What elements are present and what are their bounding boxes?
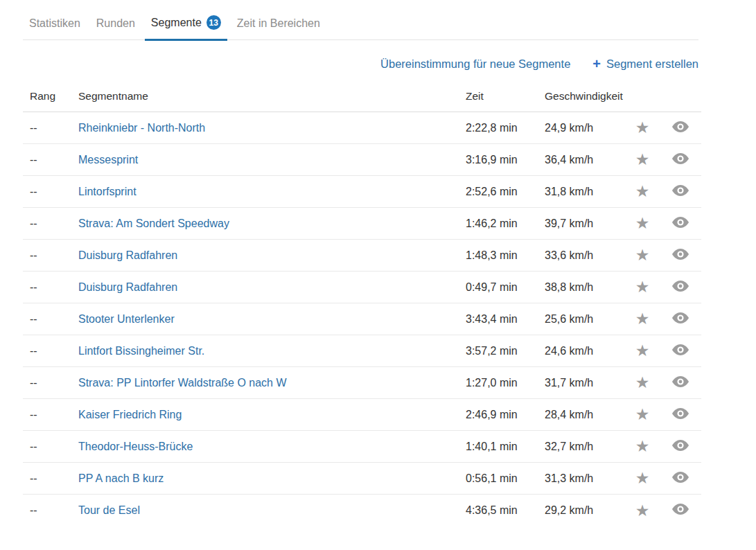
actions-row: Übereinstimmung für neue Segmente + Segm… — [23, 40, 698, 85]
segment-rank: -- — [23, 122, 78, 134]
view-eye-icon[interactable] — [672, 440, 689, 451]
table-row: -- Strava: PP Lintorfer Waldstraße O nac… — [23, 367, 701, 399]
segment-time: 1:40,1 min — [466, 441, 545, 453]
segment-time: 2:52,6 min — [466, 186, 545, 198]
segment-name-link[interactable]: Kaiser Friedrich Ring — [78, 409, 182, 420]
favorite-star-icon[interactable]: ★ — [635, 184, 650, 199]
segment-time: 1:46,2 min — [466, 218, 545, 230]
view-eye-icon[interactable] — [672, 472, 689, 483]
table-header-row: Rang Segmentname Zeit Geschwindigkeit — [23, 85, 701, 112]
segment-name-link[interactable]: Duisburg Radfahren — [78, 249, 177, 261]
header-zeit: Zeit — [466, 90, 545, 103]
segment-time: 2:46,9 min — [466, 409, 545, 421]
tab-segmente-label: Segmente — [151, 17, 202, 29]
segment-time: 3:16,9 min — [466, 154, 545, 166]
create-segment-link[interactable]: + Segment erstellen — [592, 57, 698, 71]
segment-time: 3:57,2 min — [466, 345, 545, 357]
segment-time: 1:48,3 min — [466, 249, 545, 262]
tab-bar: Statistiken Runden Segmente 13 Zeit in B… — [23, 0, 698, 40]
view-eye-icon[interactable] — [672, 217, 689, 228]
table-row: -- Theodor-Heuss-Brücke 1:40,1 min 32,7 … — [23, 431, 701, 463]
favorite-star-icon[interactable]: ★ — [635, 152, 650, 168]
view-eye-icon[interactable] — [672, 121, 689, 132]
segment-time: 2:22,8 min — [466, 122, 545, 134]
segment-rank: -- — [23, 186, 78, 198]
tab-zeit-in-bereichen[interactable]: Zeit in Bereichen — [231, 17, 326, 39]
segment-speed: 31,3 km/h — [545, 472, 625, 485]
segment-speed: 39,7 km/h — [545, 218, 625, 230]
segment-rank: -- — [23, 377, 78, 389]
match-new-segments-link[interactable]: Übereinstimmung für neue Segmente — [380, 57, 570, 71]
segment-time: 3:43,4 min — [466, 313, 545, 326]
segment-name-link[interactable]: Strava: PP Lintorfer Waldstraße O nach W — [78, 377, 287, 389]
segment-speed: 31,7 km/h — [545, 377, 625, 389]
favorite-star-icon[interactable]: ★ — [635, 407, 650, 423]
favorite-star-icon[interactable]: ★ — [635, 470, 650, 486]
segment-speed: 28,4 km/h — [545, 409, 625, 421]
view-eye-icon[interactable] — [672, 312, 689, 323]
tab-segmente[interactable]: Segmente 13 — [145, 15, 227, 41]
table-row: -- Tour de Esel 4:36,5 min 29,2 km/h ★ — [23, 495, 701, 526]
segment-name-link[interactable]: PP A nach B kurz — [78, 472, 164, 484]
favorite-star-icon[interactable]: ★ — [635, 375, 650, 391]
table-row: -- Rheinkniebr - North-North 2:22,8 min … — [23, 112, 701, 144]
favorite-star-icon[interactable]: ★ — [635, 215, 650, 231]
segment-rank: -- — [23, 409, 78, 421]
create-segment-label: Segment erstellen — [606, 57, 698, 71]
tab-statistiken[interactable]: Statistiken — [23, 17, 87, 39]
segment-speed: 29,2 km/h — [545, 504, 625, 517]
view-eye-icon[interactable] — [672, 408, 689, 419]
segment-rank: -- — [23, 504, 78, 517]
view-eye-icon[interactable] — [672, 344, 689, 355]
segment-rank: -- — [23, 154, 78, 166]
favorite-star-icon[interactable]: ★ — [635, 120, 650, 136]
table-row: -- Kaiser Friedrich Ring 2:46,9 min 28,4… — [23, 399, 701, 431]
view-eye-icon[interactable] — [672, 281, 689, 292]
segment-name-link[interactable]: Messesprint — [78, 154, 138, 166]
segment-speed: 31,8 km/h — [545, 186, 625, 198]
segment-time: 0:49,7 min — [466, 281, 545, 294]
plus-icon: + — [592, 57, 601, 71]
segment-speed: 32,7 km/h — [545, 441, 625, 453]
view-eye-icon[interactable] — [672, 504, 689, 515]
segment-rank: -- — [23, 281, 78, 294]
segment-name-link[interactable]: Duisburg Radfahren — [78, 281, 177, 293]
table-row: -- PP A nach B kurz 0:56,1 min 31,3 km/h… — [23, 463, 701, 495]
table-row: -- Strava: Am Sondert Speedway 1:46,2 mi… — [23, 208, 701, 240]
segments-page: Statistiken Runden Segmente 13 Zeit in B… — [0, 0, 756, 526]
view-eye-icon[interactable] — [672, 376, 689, 387]
segment-speed: 38,8 km/h — [545, 281, 625, 294]
segment-name-link[interactable]: Stooter Unterlenker — [78, 313, 175, 325]
view-eye-icon[interactable] — [672, 153, 689, 164]
favorite-star-icon[interactable]: ★ — [635, 438, 650, 454]
table-row: -- Lintfort Bissingheimer Str. 3:57,2 mi… — [23, 335, 701, 367]
favorite-star-icon[interactable]: ★ — [635, 503, 650, 519]
segment-speed: 36,4 km/h — [545, 154, 625, 166]
segment-name-link[interactable]: Theodor-Heuss-Brücke — [78, 441, 193, 452]
segment-name-link[interactable]: Strava: Am Sondert Speedway — [78, 218, 229, 229]
segment-time: 0:56,1 min — [466, 472, 545, 485]
segments-table: Rang Segmentname Zeit Geschwindigkeit --… — [23, 85, 701, 526]
table-row: -- Messesprint 3:16,9 min 36,4 km/h ★ — [23, 144, 701, 176]
favorite-star-icon[interactable]: ★ — [635, 247, 650, 263]
segment-name-link[interactable]: Rheinkniebr - North-North — [78, 122, 205, 134]
segment-rank: -- — [23, 313, 78, 326]
segment-name-link[interactable]: Lintorfsprint — [78, 186, 137, 197]
segment-speed: 24,9 km/h — [545, 122, 625, 134]
header-rank: Rang — [23, 90, 78, 103]
favorite-star-icon[interactable]: ★ — [635, 343, 650, 359]
tab-runden[interactable]: Runden — [90, 17, 141, 39]
view-eye-icon[interactable] — [672, 249, 689, 260]
segment-rank: -- — [23, 218, 78, 230]
segment-rank: -- — [23, 249, 78, 262]
segment-time: 4:36,5 min — [466, 504, 545, 517]
table-row: -- Stooter Unterlenker 3:43,4 min 25,6 k… — [23, 303, 701, 335]
table-row: -- Lintorfsprint 2:52,6 min 31,8 km/h ★ — [23, 176, 701, 208]
segment-name-link[interactable]: Tour de Esel — [78, 504, 140, 516]
favorite-star-icon[interactable]: ★ — [635, 279, 650, 295]
view-eye-icon[interactable] — [672, 185, 689, 196]
segment-name-link[interactable]: Lintfort Bissingheimer Str. — [78, 345, 204, 357]
segment-rank: -- — [23, 441, 78, 453]
favorite-star-icon[interactable]: ★ — [635, 311, 650, 327]
table-row: -- Duisburg Radfahren 1:48,3 min 33,6 km… — [23, 240, 701, 272]
